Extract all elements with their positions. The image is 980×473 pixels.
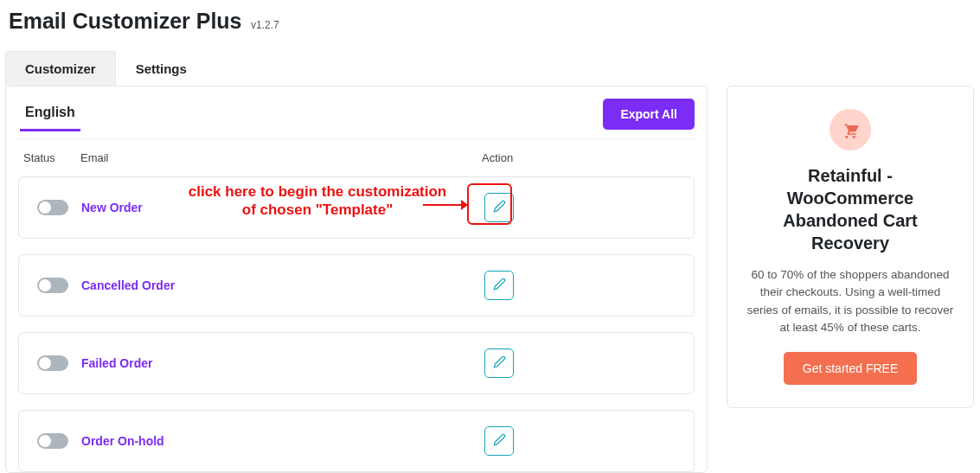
get-started-button[interactable]: Get started FREE: [784, 352, 917, 385]
cart-icon: [829, 109, 871, 150]
table-header: Status Email Action: [18, 139, 695, 176]
app-version: v1.2.7: [251, 19, 279, 31]
status-toggle[interactable]: [37, 200, 68, 215]
pencil-icon: [493, 355, 506, 371]
email-link-failed-order[interactable]: Failed Order: [81, 356, 152, 370]
table-row: New Order click here to begin the custom…: [18, 176, 695, 239]
tab-customizer[interactable]: Customizer: [5, 51, 116, 86]
status-toggle[interactable]: [37, 278, 68, 293]
customizer-panel: English Export All Status Email Action N…: [5, 86, 708, 473]
email-link-cancelled-order[interactable]: Cancelled Order: [81, 278, 175, 292]
promo-description: 60 to 70% of the shoppers abandoned thei…: [743, 266, 958, 336]
col-email: Email: [80, 151, 482, 164]
page-title: Email Customizer Plus: [9, 9, 242, 33]
email-link-new-order[interactable]: New Order: [81, 201, 143, 214]
subtab-english[interactable]: English: [20, 105, 80, 131]
status-toggle[interactable]: [37, 355, 68, 371]
status-toggle[interactable]: [37, 433, 68, 449]
page-header: Email Customizer Plus v1.2.7: [5, 3, 975, 48]
edit-button[interactable]: [484, 426, 514, 456]
email-link-order-on-hold[interactable]: Order On-hold: [81, 434, 164, 448]
col-action: Action: [482, 151, 689, 164]
export-all-button[interactable]: Export All: [603, 99, 695, 130]
col-status: Status: [23, 151, 80, 164]
main-tabs: Customizer Settings: [5, 51, 975, 86]
table-row: Order On-hold: [18, 410, 695, 472]
table-row: Failed Order: [18, 332, 695, 394]
tab-settings[interactable]: Settings: [116, 51, 207, 86]
edit-button[interactable]: [484, 271, 514, 300]
table-row: Cancelled Order: [18, 254, 695, 316]
promo-title: Retainful - WooCommerce Abandoned Cart R…: [743, 164, 958, 254]
pencil-icon: [493, 433, 506, 449]
pencil-icon: [493, 278, 506, 293]
promo-card: Retainful - WooCommerce Abandoned Cart R…: [727, 86, 974, 408]
pencil-icon: [493, 200, 506, 215]
edit-button[interactable]: [484, 348, 514, 378]
edit-button[interactable]: [484, 193, 514, 222]
